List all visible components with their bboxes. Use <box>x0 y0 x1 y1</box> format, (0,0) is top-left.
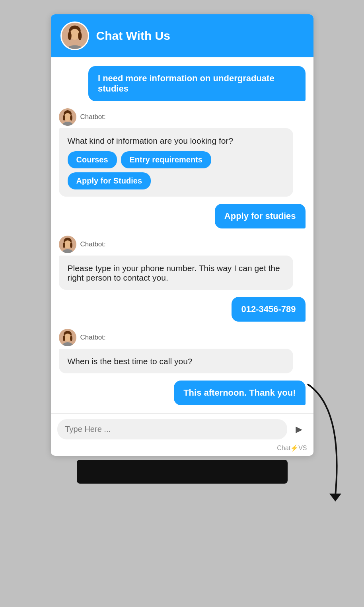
svg-marker-25 <box>329 494 341 502</box>
svg-point-11 <box>70 115 72 121</box>
header-avatar <box>60 21 89 50</box>
user-message-4: This afternoon. Thank you! <box>59 381 306 405</box>
bot-bubble-1: What kind of information are you looking… <box>59 128 293 197</box>
user-bubble-3: 012-3456-789 <box>232 297 305 322</box>
user-bubble-4: This afternoon. Thank you! <box>174 381 305 405</box>
chat-input[interactable] <box>57 419 287 439</box>
user-bubble-2: Apply for studies <box>215 204 306 228</box>
svg-point-22 <box>63 336 65 341</box>
bot-avatar-3 <box>59 329 76 346</box>
bot-message-1: Chatbot: What kind of information are yo… <box>59 108 306 197</box>
bot-bubble-2: Please type in your phone number. This w… <box>59 256 293 290</box>
quick-reply-courses[interactable]: Courses <box>68 151 117 168</box>
quick-reply-apply[interactable]: Apply for Studies <box>68 172 151 189</box>
svg-point-17 <box>70 242 72 248</box>
svg-point-10 <box>63 115 65 121</box>
bolt-icon: ⚡ <box>290 445 298 451</box>
svg-point-3 <box>68 31 71 40</box>
quick-reply-entry[interactable]: Entry requirements <box>121 151 211 168</box>
user-bubble-1: I need more information on undergraduate… <box>88 66 306 101</box>
quick-replies: Courses Entry requirements Apply for Stu… <box>68 151 284 189</box>
bot-label-2: Chatbot: <box>80 240 106 248</box>
chat-header-title: Chat With Us <box>96 29 170 43</box>
bot-message-3: Chatbot: When is the best time to call y… <box>59 329 306 373</box>
svg-point-16 <box>63 242 65 248</box>
bot-bubble-3: When is the best time to call you? <box>59 349 293 373</box>
bot-avatar-2 <box>59 236 76 253</box>
user-message-1: I need more information on undergraduate… <box>59 66 306 101</box>
bottom-bar <box>77 460 288 484</box>
bot-avatar-1 <box>59 108 76 126</box>
chat-footer: Chat⚡VS <box>51 443 313 456</box>
svg-point-23 <box>70 336 72 341</box>
chat-window: Chat With Us I need more information on … <box>51 14 313 456</box>
arrow-svg <box>300 376 351 511</box>
bot-label-3: Chatbot: <box>80 334 106 342</box>
svg-point-4 <box>78 31 82 40</box>
user-message-2: Apply for studies <box>59 204 306 228</box>
chat-input-row: ► <box>51 414 313 443</box>
bot-message-2: Chatbot: Please type in your phone numbe… <box>59 236 306 290</box>
bot-label-1: Chatbot: <box>80 113 106 121</box>
chat-messages: I need more information on undergraduate… <box>51 57 313 411</box>
chat-header: Chat With Us <box>51 14 313 57</box>
svg-point-2 <box>70 29 80 40</box>
user-message-3: 012-3456-789 <box>59 297 306 322</box>
